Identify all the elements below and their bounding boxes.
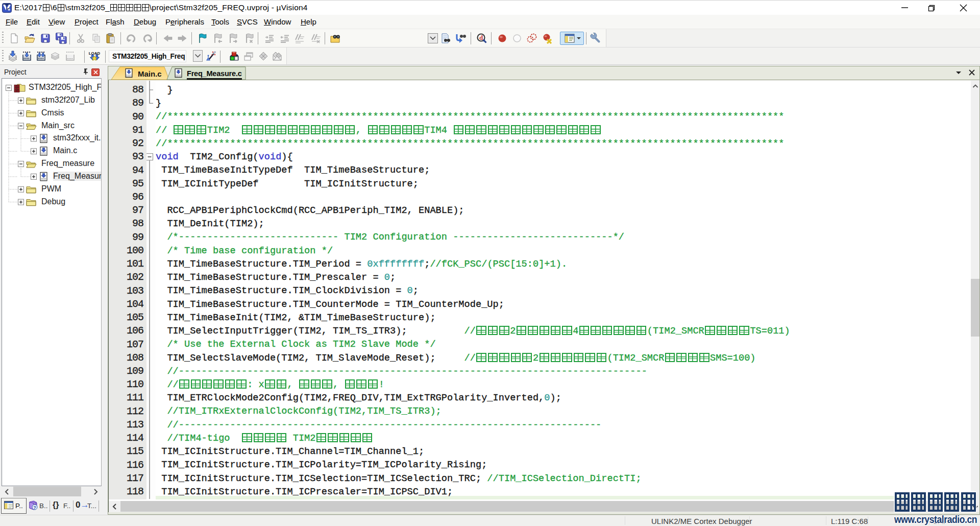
svg-text:LOAD: LOAD <box>89 51 100 56</box>
svg-text:?: ? <box>33 505 36 510</box>
